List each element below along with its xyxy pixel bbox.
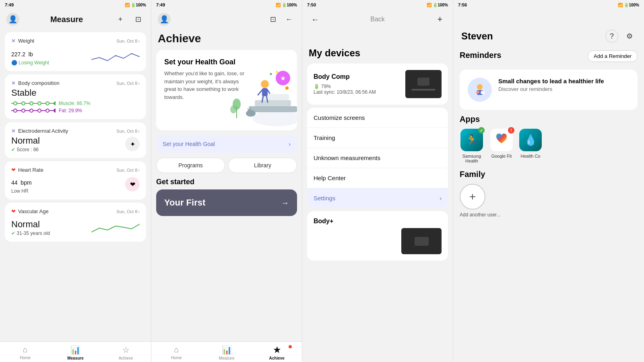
add-button[interactable]: + [114, 13, 127, 26]
home-label-2: Home [171, 356, 182, 360]
time-2: 7:49 [156, 2, 165, 7]
eda-title: ✕ Electrodermal Activity [11, 128, 68, 134]
body-plus-device-card[interactable]: Body+ [307, 211, 448, 261]
unknown-measurements-item[interactable]: Unknown measurements [307, 148, 448, 168]
body-comp-device-card[interactable]: Body Comp 🔋 79% Last sync: 10/8/23, 06:5… [307, 64, 448, 105]
vascular-sub: ✔ 31-35 years old [11, 230, 50, 236]
vascular-title: ❤ Vascular Age [11, 208, 49, 214]
plus-btn-devices[interactable]: + [433, 13, 446, 26]
vascular-card[interactable]: ❤ Vascular Age Sun, Oct 8 › Normal ✔ 31-… [5, 203, 146, 242]
battery-icon-4: 🔋100% [624, 3, 639, 7]
svg-point-10 [30, 109, 33, 112]
measure-header: 👤 Measure + ⊡ [0, 10, 151, 29]
reminder-desc: Discover our reminders [498, 86, 604, 92]
status-bar-4: 7:56 📶 🔋100% [453, 0, 644, 10]
panel-devices: 7:50 📶 🔋100% ← Back + My devices Body Co… [302, 0, 453, 362]
health-co-label: Health Co [521, 154, 541, 158]
back-btn-devices[interactable]: ← [309, 13, 322, 26]
library-tab[interactable]: Library [228, 158, 297, 173]
profile-icon-2[interactable]: 👤 [158, 13, 171, 26]
weight-unit: lb [29, 51, 33, 58]
svg-point-1 [14, 102, 17, 105]
add-user-button[interactable]: + [460, 184, 485, 210]
menu-list: Customize screens Training Unknown measu… [307, 108, 448, 208]
hr-date: Sun, Oct 8 › [116, 168, 140, 173]
panel-measure: 7:49 📶 🔋100% 👤 Measure + ⊡ ✕ Weight Sun,… [0, 0, 151, 362]
chevron-right-icon: › [138, 39, 140, 43]
app-samsung-health[interactable]: 🏃 ✓ Samsung Health [460, 129, 484, 163]
time-4: 7:56 [458, 2, 467, 7]
svg-point-2 [22, 102, 25, 105]
help-center-item[interactable]: Help Center [307, 168, 448, 188]
body-comp-device-name: Body Comp [314, 73, 376, 80]
app-health-co[interactable]: 💧 Health Co [519, 129, 542, 163]
chevron-right-icon-3: › [138, 129, 140, 134]
signal-icon: 📶 [125, 3, 130, 7]
nav-home-1[interactable]: ⌂ Home [0, 345, 50, 360]
nav-measure-1[interactable]: 📊 Measure [50, 345, 101, 360]
svg-point-9 [22, 109, 25, 112]
status-bar-2: 7:49 📶 🔋100% [151, 0, 302, 10]
svg-line-31 [248, 109, 249, 110]
reminder-title: Small changes to lead a healthier life [498, 78, 604, 84]
health-goal-title: Set your Health Goal [164, 58, 289, 66]
heart-rate-card[interactable]: ❤ Heart Rate Sun, Oct 8 › 44 bpm Low HR … [5, 161, 146, 200]
settings-chevron: › [440, 195, 442, 202]
steven-name: Steven [461, 31, 493, 42]
measure-title: Measure [50, 15, 83, 24]
nav-achieve-2[interactable]: ★ Achieve [252, 345, 302, 360]
health-co-icon: 💧 [519, 129, 542, 151]
programs-tab[interactable]: Programs [156, 158, 225, 173]
hr-sub: Low HR [11, 188, 32, 194]
scale-device-image [405, 70, 442, 98]
svg-rect-16 [255, 100, 291, 106]
settings-item[interactable]: Settings › [307, 188, 448, 208]
weight-card[interactable]: ✕ Weight Sun, Oct 8 › 227.2 lb 🔵 Losin [5, 32, 146, 71]
back-btn-2[interactable]: ← [283, 13, 295, 26]
green-check-icon-2: ✔ [11, 230, 15, 236]
weight-value: 227.2 lb [11, 46, 49, 59]
nav-achieve-1[interactable]: ☆ Achieve [101, 345, 151, 360]
nav-measure-2[interactable]: 📊 Measure [202, 345, 252, 360]
reminder-avatar [468, 78, 492, 102]
eda-score: ✔ Score : 86 [11, 147, 40, 152]
eda-date: Sun, Oct 8 › [116, 129, 140, 134]
apps-row: 🏃 ✓ Samsung Health [460, 129, 638, 163]
nav-home-2[interactable]: ⌂ Home [151, 345, 202, 360]
home-icon-2: ⌂ [174, 345, 179, 354]
body-comp-card[interactable]: ✕ Body composition Sun, Oct 8 › Stable [5, 74, 146, 119]
scan-btn-2[interactable]: ⊡ [266, 13, 279, 26]
help-button[interactable]: ? [605, 30, 618, 43]
weight-x-icon: ✕ [11, 38, 16, 44]
your-first-arrow: → [281, 198, 289, 208]
your-first-card[interactable]: Your First → [156, 189, 297, 216]
settings-button[interactable]: ⚙ [623, 30, 636, 43]
training-item[interactable]: Training [307, 128, 448, 148]
set-goal-chevron: › [289, 141, 291, 147]
svg-point-13 [54, 109, 56, 112]
customize-screens-item[interactable]: Customize screens [307, 108, 448, 128]
achieve-header: 👤 ⊡ ← [151, 10, 302, 29]
hr-value: 44 bpm [11, 175, 32, 187]
scan-button[interactable]: ⊡ [132, 13, 144, 26]
chevron-right-icon-5: › [138, 209, 140, 214]
battery-icon: 🔋100% [131, 3, 146, 7]
hr-icon: ❤ [125, 177, 140, 191]
achieve-title: Achieve [151, 29, 302, 47]
app-google-fit[interactable]: ! Google Fit [490, 129, 513, 163]
svg-point-37 [477, 84, 483, 90]
scale-base [411, 89, 436, 90]
svg-line-20 [258, 90, 262, 95]
status-icons-3: 📶 🔋100% [427, 3, 448, 7]
signal-icon-4: 📶 [618, 3, 623, 7]
reminders-scroll: Reminders Add a Reminder Small changes t… [453, 47, 644, 362]
hr-title: ❤ Heart Rate [11, 167, 43, 173]
profile-icon[interactable]: 👤 [6, 13, 19, 26]
eda-card[interactable]: ✕ Electrodermal Activity Sun, Oct 8 › No… [5, 122, 146, 158]
home-label-1: Home [20, 356, 31, 360]
set-goal-label: Set your Health Goal [163, 141, 215, 147]
add-reminder-button[interactable]: Add a Reminder [588, 50, 638, 62]
set-goal-button[interactable]: Set your Health Goal › [156, 135, 297, 153]
health-co-figure: 💧 [524, 134, 537, 146]
chevron-right-icon-4: › [138, 168, 140, 173]
